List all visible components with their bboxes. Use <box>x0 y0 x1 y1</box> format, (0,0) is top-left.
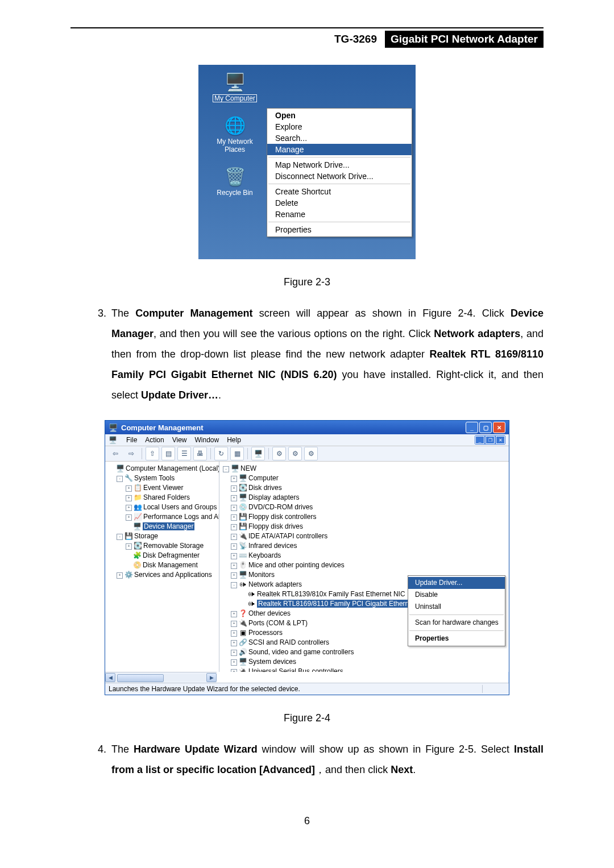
export-button[interactable]: ▦ <box>230 447 244 460</box>
expand-icon[interactable]: + <box>126 485 132 492</box>
context-menu-item[interactable]: Update Driver... <box>408 577 505 589</box>
tree-node[interactable]: +📡Infrared devices <box>221 541 508 551</box>
expand-icon[interactable]: + <box>231 505 237 511</box>
tree-node[interactable]: +👥Local Users and Groups <box>106 502 218 512</box>
menu-item[interactable]: Map Network Drive... <box>267 159 412 171</box>
dev-uninstall-button[interactable]: ⚙ <box>304 447 318 460</box>
menu-item[interactable]: Manage <box>267 144 412 155</box>
tree-node[interactable]: +💿DVD/CD-ROM drives <box>221 502 508 512</box>
tree-node[interactable]: 🧩Disk Defragmenter <box>106 551 218 560</box>
tree-node[interactable]: -🔧System Tools <box>106 474 218 483</box>
expand-icon[interactable]: + <box>126 543 132 550</box>
expand-icon[interactable]: + <box>231 611 237 617</box>
maximize-button[interactable]: ▢ <box>479 422 492 433</box>
expand-icon[interactable]: + <box>231 659 237 666</box>
expand-icon[interactable]: + <box>231 669 237 672</box>
expand-icon[interactable]: + <box>231 640 237 646</box>
tree-node[interactable]: +🔌Universal Serial Bus controllers <box>221 667 508 672</box>
close-button[interactable]: ✕ <box>493 422 505 433</box>
scroll-right-icon[interactable]: ▶ <box>206 673 217 682</box>
expand-icon[interactable]: + <box>231 572 237 579</box>
menu-item[interactable]: Delete <box>267 197 412 209</box>
scroll-left-icon[interactable]: ◀ <box>105 673 115 682</box>
dev-disable-button[interactable]: ⚙ <box>288 447 302 460</box>
expand-icon[interactable]: + <box>231 524 237 530</box>
menu-item[interactable]: Create Shortcut <box>267 186 412 197</box>
tree-node[interactable]: +💾Floppy disk drives <box>221 522 508 531</box>
tree-node[interactable]: +🖱️Mice and other pointing devices <box>221 560 508 570</box>
dev-enable-button[interactable]: ⚙ <box>272 447 286 460</box>
menu-help[interactable]: Help <box>227 436 241 444</box>
tree-node[interactable]: -💾Storage <box>106 531 218 541</box>
menu-file[interactable]: File <box>126 436 137 444</box>
expand-icon[interactable]: + <box>231 485 237 492</box>
expand-icon[interactable]: - <box>117 476 123 482</box>
menu-item[interactable]: Search... <box>267 132 412 144</box>
node-label: Event Viewer <box>143 484 183 492</box>
tree-node[interactable]: +🖥️Computer <box>221 474 508 483</box>
menu-item[interactable]: Properties <box>267 224 412 235</box>
tree-node[interactable]: -🖥️NEW <box>221 464 508 474</box>
menu-action[interactable]: Action <box>145 436 164 444</box>
context-menu-item[interactable]: Disable <box>408 589 505 601</box>
expand-icon[interactable]: + <box>231 514 237 521</box>
menu-item[interactable]: Explore <box>267 121 412 132</box>
tree-node[interactable]: 📀Disk Management <box>106 560 218 570</box>
tree-node[interactable]: +⚙️Services and Applications <box>106 570 218 580</box>
network-places-icon[interactable]: 🌐My Network Places <box>203 113 267 153</box>
tree-node[interactable]: +🔌IDE ATA/ATAPI controllers <box>221 531 508 541</box>
back-button[interactable]: ⇦ <box>109 447 122 460</box>
context-menu-item[interactable]: Properties <box>408 633 505 645</box>
menu-view[interactable]: View <box>172 436 187 444</box>
tree-node[interactable]: +📁Shared Folders <box>106 493 218 502</box>
menu-item[interactable]: Disconnect Network Drive... <box>267 171 412 182</box>
forward-button[interactable]: ⇨ <box>125 447 138 460</box>
menu-item[interactable]: Open <box>267 110 412 121</box>
my-computer-icon[interactable]: 🖥️My Computer <box>203 69 267 102</box>
context-menu-item[interactable]: Scan for hardware changes <box>408 617 505 629</box>
expand-icon[interactable]: + <box>126 514 132 521</box>
tree-node[interactable]: +📋Event Viewer <box>106 483 218 493</box>
expand-icon[interactable]: + <box>231 630 237 637</box>
left-tree-hscroll[interactable]: ◀ ▶ <box>105 672 217 683</box>
properties-button[interactable]: ☰ <box>177 447 191 460</box>
expand-icon[interactable]: + <box>231 621 237 627</box>
print-button[interactable]: 🖶 <box>193 447 207 460</box>
menu-item[interactable]: Rename <box>267 209 412 220</box>
tree-node[interactable]: 🖥️Computer Management (Local) <box>106 464 218 474</box>
tree-node[interactable]: +🔊Sound, video and game controllers <box>221 647 508 657</box>
scan-button[interactable]: 🖥️ <box>251 447 265 460</box>
expand-icon[interactable]: - <box>231 582 237 588</box>
expand-icon[interactable]: + <box>231 563 237 569</box>
tree-node[interactable]: 🖥️Device Manager <box>106 522 218 531</box>
expand-icon[interactable]: + <box>126 505 132 511</box>
recycle-bin-icon[interactable]: 🗑️Recycle Bin <box>203 164 267 197</box>
up-button[interactable]: ⇧ <box>146 447 159 460</box>
tree-node[interactable]: +💾Floppy disk controllers <box>221 512 508 522</box>
expand-icon[interactable]: - <box>117 534 123 540</box>
right-tree[interactable]: -🖥️NEW+🖥️Computer+💽Disk drives+🖥️Display… <box>219 462 509 672</box>
expand-icon[interactable]: + <box>231 553 237 559</box>
refresh-button[interactable]: ↻ <box>214 447 228 460</box>
show-hide-tree-button[interactable]: ▤ <box>161 447 175 460</box>
expand-icon[interactable]: + <box>231 650 237 656</box>
menu-window[interactable]: Window <box>195 436 219 444</box>
expand-icon[interactable]: + <box>117 572 123 579</box>
context-menu-item[interactable]: Uninstall <box>408 601 505 613</box>
expand-icon[interactable]: - <box>223 466 229 472</box>
tree-node[interactable]: +📈Performance Logs and Alerts <box>106 512 218 522</box>
expand-icon[interactable]: + <box>126 495 132 501</box>
expand-icon[interactable]: + <box>231 534 237 540</box>
left-tree[interactable]: 🖥️Computer Management (Local)-🔧System To… <box>105 462 219 672</box>
mdi-window-buttons[interactable]: _❐✕ <box>475 435 505 445</box>
tree-node[interactable]: +⌨️Keyboards <box>221 551 508 560</box>
expand-icon[interactable]: + <box>231 543 237 550</box>
tree-node[interactable]: +🖥️Display adapters <box>221 493 508 502</box>
tree-node[interactable]: +💽Removable Storage <box>106 541 218 551</box>
expand-icon[interactable]: + <box>231 495 237 501</box>
node-icon: 💾 <box>239 522 247 531</box>
expand-icon[interactable]: + <box>231 476 237 482</box>
minimize-button[interactable]: _ <box>466 422 478 433</box>
tree-node[interactable]: +🖥️System devices <box>221 657 508 667</box>
tree-node[interactable]: +💽Disk drives <box>221 483 508 493</box>
